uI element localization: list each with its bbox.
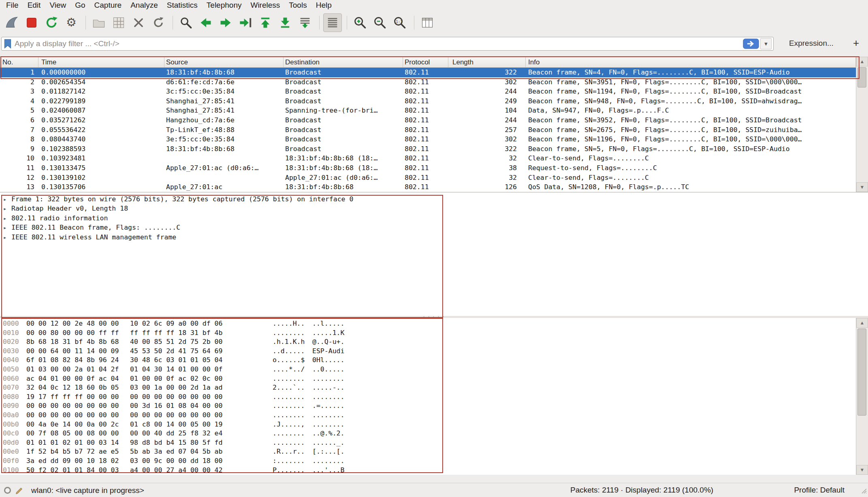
expander-icon[interactable]: ▸ [3,204,11,213]
menu-item-go[interactable]: Go [70,0,90,11]
zoom-in-icon[interactable] [351,13,369,32]
hex-row[interactable]: 00b000 4a 0e 14 00 0a 00 2c01 c8 00 14 0… [0,420,868,429]
detail-line[interactable]: ▸802.11 radio information [0,213,868,223]
column-header-source[interactable]: Source [164,57,284,67]
auto-scroll-icon[interactable] [296,13,314,32]
menu-item-help[interactable]: Help [311,0,336,11]
scroll-thumb[interactable] [857,67,866,87]
packet-row[interactable]: 30.0118271423c:f5:cc:0e:35:84Broadcast80… [0,87,856,96]
close-capture-file-icon[interactable] [129,13,148,32]
packet-row[interactable]: 20.002654354d6:61:fe:cd:7a:6eBroadcast80… [0,77,856,87]
hex-row[interactable]: 001000 00 80 00 00 00 ff ffff ff ff ff 1… [0,328,868,338]
wireshark-fin-icon[interactable] [2,13,21,32]
column-header-protocol[interactable]: Protocol [403,57,448,67]
hex-row[interactable]: 007032 04 0c 12 18 60 0b 0503 00 1a 00 0… [0,383,868,392]
open-capture-file-icon[interactable] [90,13,108,32]
hex-row[interactable]: 005001 03 00 00 2a 01 04 2f01 04 30 14 0… [0,365,868,374]
display-filter-input[interactable] [12,39,743,48]
hex-row[interactable]: 003000 00 64 00 11 14 00 0945 53 50 2d 4… [0,347,868,356]
packet-row[interactable]: 50.024060087Shanghai_27:85:41Spanning-tr… [0,106,856,115]
hex-bytes: 32 04 0c 12 18 60 0b 05 [26,383,124,392]
hex-row[interactable]: 010050 f2 02 01 01 84 00 03a4 00 00 27 a… [0,466,868,475]
menu-item-tools[interactable]: Tools [284,0,311,11]
profile-status[interactable]: Profile: Default [794,486,845,495]
expander-icon[interactable]: ▸ [3,195,11,204]
packet-row[interactable]: 40.022799189Shanghai_27:85:41Broadcast80… [0,96,856,106]
expander-icon[interactable]: ▸ [3,214,11,223]
detail-line[interactable]: ▸Frame 1: 322 bytes on wire (2576 bits),… [0,194,868,204]
go-to-last-packet-icon[interactable] [276,13,294,32]
hex-row[interactable]: 0060ac 04 01 00 00 0f ac 0401 00 00 0f a… [0,374,868,384]
zoom-reset-icon[interactable]: 1:1 [390,13,409,32]
menu-item-statistics[interactable]: Statistics [162,0,202,11]
packet-list-scrollbar[interactable]: ▲ ▼ [856,57,868,192]
packet-row[interactable]: 80.0804437403e:f5:cc:0e:35:84Broadcast80… [0,134,856,144]
capture-comment-icon[interactable] [15,486,24,495]
menu-item-wireless[interactable]: Wireless [246,0,284,11]
bookmark-icon[interactable] [3,38,12,49]
column-header-info[interactable]: Info [526,57,856,67]
detail-line[interactable]: ▸IEEE 802.11 Beacon frame, Flags: ......… [0,223,868,232]
menu-item-file[interactable]: File [2,0,23,11]
column-header-time[interactable]: Time [38,57,164,67]
filter-dropdown-caret-icon[interactable]: ▾ [760,38,772,49]
packet-row[interactable]: 110.130133475Apple_27:01:ac (d0:a6:…18:3… [0,163,856,173]
packet-row[interactable]: 60.035271262Hangzhou_cd:7a:6eBroadcast80… [0,115,856,125]
cell-src [164,173,284,183]
menu-item-analyze[interactable]: Analyze [126,0,162,11]
hex-row[interactable]: 00d001 01 01 02 01 00 03 1498 d8 bd b4 1… [0,438,868,448]
go-forward-icon[interactable] [216,13,235,32]
expression-button[interactable]: Expression... [789,39,834,48]
hex-row[interactable]: 00e01f 52 b4 b5 b7 72 ae e55b ab 3a ed 0… [0,447,868,456]
packet-row[interactable]: 70.055536422Tp-LinkT_ef:48:88Broadcast80… [0,125,856,135]
hex-scrollbar[interactable]: ▲ ▼ [856,318,868,475]
restart-capture-icon[interactable] [42,13,61,32]
menu-item-telephony[interactable]: Telephony [202,0,246,11]
resize-columns-icon[interactable] [418,13,437,32]
hex-row[interactable]: 00208b 68 18 31 bf 4b 8b 6840 00 85 51 2… [0,337,868,347]
packet-row[interactable]: 10.00000000018:31:bf:4b:8b:68Broadcast80… [0,68,856,77]
save-capture-file-icon[interactable] [109,13,128,32]
capture-options-icon[interactable]: ⚙ [62,13,81,32]
reload-capture-file-icon[interactable] [149,13,168,32]
expander-icon[interactable]: ▸ [3,233,11,242]
display-filter-field[interactable]: ▾ [1,37,774,51]
hex-row[interactable]: 009000 00 00 00 00 00 00 0000 3d 16 01 0… [0,401,868,411]
expert-info-icon[interactable] [4,487,11,494]
go-to-packet-icon[interactable] [236,13,255,32]
column-header-length[interactable]: Length [448,57,526,67]
apply-filter-icon[interactable] [743,38,759,49]
hex-row[interactable]: 000000 00 12 00 2e 48 00 0010 02 6c 09 a… [0,319,868,328]
scroll-up-icon[interactable]: ▲ [856,318,868,328]
cell-time: 0.130133475 [38,163,164,173]
packet-row[interactable]: 130.130135706Apple_27:01:ac18:31:bf:4b:8… [0,182,856,192]
detail-line[interactable]: ▸Radiotap Header v0, Length 18 [0,204,868,213]
packet-row[interactable]: 120.130139102Apple_27:01:ac (d0:a6:…802.… [0,173,856,183]
hex-row[interactable]: 00f03a ed dd 09 00 10 18 0203 00 9c 00 0… [0,456,868,466]
scroll-up-icon[interactable]: ▲ [856,57,868,66]
find-packet-icon[interactable] [177,13,195,32]
expander-icon[interactable]: ▸ [3,223,11,233]
detail-line[interactable]: ▸IEEE 802.11 wireless LAN management fra… [0,233,868,242]
column-header-no[interactable]: No. [0,57,38,67]
go-back-icon[interactable] [196,13,215,32]
menu-item-edit[interactable]: Edit [23,0,45,11]
packet-row[interactable]: 100.10392348118:31:bf:4b:8b:68 (18:…802.… [0,154,856,163]
menu-item-view[interactable]: View [45,0,70,11]
packet-row[interactable]: 90.10238859318:31:bf:4b:8b:68Broadcast80… [0,144,856,154]
scroll-thumb[interactable] [857,328,866,416]
go-to-first-packet-icon[interactable] [256,13,275,32]
add-filter-button[interactable]: + [853,37,859,49]
scroll-down-icon[interactable]: ▼ [856,465,868,475]
menu-item-capture[interactable]: Capture [90,0,126,11]
colorize-packets-icon[interactable] [323,13,342,32]
stop-capture-icon[interactable] [22,13,41,32]
hex-row[interactable]: 00a000 00 00 00 00 00 00 0000 00 00 00 0… [0,411,868,420]
hex-row[interactable]: 00406f 01 08 82 84 8b 96 2430 48 6c 03 0… [0,356,868,365]
resize-grip[interactable] [860,487,867,496]
scroll-down-icon[interactable]: ▼ [856,182,868,192]
column-header-destination[interactable]: Destination [284,57,403,67]
hex-row[interactable]: 00c000 7f 08 05 00 08 00 0000 00 40 dd 2… [0,429,868,438]
zoom-out-icon[interactable] [371,13,389,32]
hex-row[interactable]: 008019 17 ff ff ff 00 00 0000 00 00 00 0… [0,392,868,402]
